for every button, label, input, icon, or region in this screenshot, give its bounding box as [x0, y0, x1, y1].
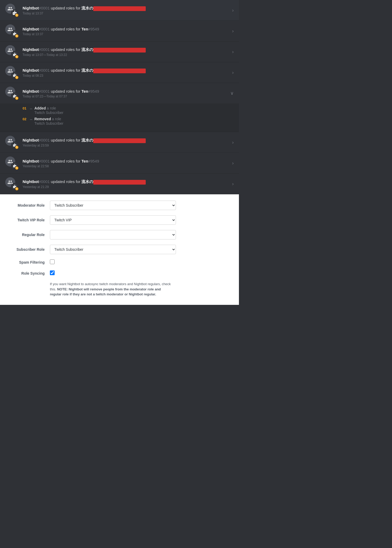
bot-name: Nightbot [23, 47, 39, 52]
target-hash: #9549 [88, 89, 99, 93]
role-syncing-row: Role Syncing [8, 270, 231, 276]
audit-row[interactable]: ↻ Nightbot#0001 updated roles for Ten#95… [0, 153, 239, 174]
chevron-right-icon: › [232, 49, 234, 55]
audit-title: Nightbot#0001 updated roles for 流水の [23, 67, 229, 73]
change-number: 02 [23, 117, 30, 121]
subscriber-role-control: Twitch Subscriber [50, 245, 176, 254]
audit-timestamp: Today at 07:22—Today at 07:37 [23, 95, 228, 98]
change-role: Twitch Subscriber [34, 111, 63, 115]
audit-icon-group: ↻ [5, 156, 18, 170]
bot-name: Nightbot [23, 179, 39, 184]
subscriber-role-label: Subscriber Role [8, 247, 50, 252]
target-name: 流水の [81, 6, 93, 10]
bot-name: Nightbot [23, 27, 39, 31]
audit-icon-group: ↻ [5, 87, 18, 100]
moderator-role-select[interactable]: Twitch Subscriber [50, 201, 176, 210]
settings-section: Moderator Role Twitch Subscriber Twitch … [0, 194, 239, 305]
subscriber-role-row: Subscriber Role Twitch Subscriber [8, 245, 231, 254]
audit-timestamp: Yesterday at 22:58 [23, 164, 229, 168]
audit-content: Nightbot#0001 updated roles for Ten#9549… [23, 26, 229, 36]
bot-hash: #0001 [39, 159, 50, 163]
chevron-right-icon: › [232, 28, 234, 34]
subscriber-role-select[interactable]: Twitch Subscriber [50, 245, 176, 254]
audit-row[interactable]: ↻ Nightbot#0001 updated roles for 流水の Ye… [0, 132, 239, 153]
refresh-badge: ↻ [15, 145, 19, 149]
audit-row[interactable]: ↻ Nightbot#0001 updated roles for Ten#95… [0, 21, 239, 41]
audit-content: Nightbot#0001 updated roles for 流水の Toda… [23, 47, 229, 56]
bot-hash: #0001 [39, 47, 50, 52]
change-action: Removed [34, 117, 51, 121]
note-bold-text: NOTE: Nightbot will remove people from t… [50, 287, 161, 296]
target-name: 流水の [81, 68, 93, 72]
change-role: Twitch Subscriber [34, 121, 63, 126]
redacted-name [93, 48, 146, 53]
chevron-right-icon: › [232, 140, 234, 145]
bot-name: Nightbot [23, 159, 39, 163]
audit-content: Nightbot#0001 updated roles for 流水の Yest… [23, 137, 229, 147]
role-syncing-note: If you want Nightbot to autosync twitch … [50, 281, 176, 297]
target-name: 流水の [81, 138, 93, 142]
audit-row[interactable]: ↻ Nightbot#0001 updated roles for 流水の To… [0, 41, 239, 62]
audit-title: Nightbot#0001 updated roles for Ten#9549 [23, 158, 229, 164]
role-syncing-control [50, 270, 176, 276]
bot-hash: #0001 [39, 138, 50, 142]
audit-log: ↻ Nightbot#0001 updated roles for 流水の To… [0, 0, 239, 194]
audit-content: Nightbot#0001 updated roles for 流水の Toda… [23, 5, 229, 15]
regular-role-row: Regular Role [8, 230, 231, 239]
bot-name: Nightbot [23, 68, 39, 72]
change-block: Added a role Twitch Subscriber [34, 106, 63, 115]
audit-timestamp: Today at 13:07—Today at 13:22 [23, 53, 229, 57]
audit-icon-group: ↻ [5, 45, 18, 58]
spam-filtering-checkbox[interactable] [50, 259, 55, 264]
chevron-down-icon: ∨ [230, 90, 234, 96]
change-item: 02 – Removed a role Twitch Subscriber [23, 117, 234, 126]
redacted-name [93, 180, 146, 185]
moderator-role-row: Moderator Role Twitch Subscriber [8, 201, 231, 210]
audit-icon-group: ↻ [5, 66, 18, 79]
target-hash: #9549 [88, 159, 99, 163]
refresh-badge: ↻ [15, 187, 19, 191]
bot-hash: #0001 [39, 179, 50, 184]
bot-hash: #0001 [39, 27, 50, 31]
change-block: Removed a role Twitch Subscriber [34, 117, 63, 126]
audit-icon-group: ↻ [5, 4, 18, 17]
audit-content: Nightbot#0001 updated roles for 流水の Yest… [23, 179, 229, 189]
refresh-badge: ↻ [15, 55, 19, 59]
redacted-name [93, 138, 146, 143]
audit-row[interactable]: ↻ Nightbot#0001 updated roles for Ten#95… [0, 83, 239, 103]
audit-row[interactable]: ↻ Nightbot#0001 updated roles for 流水の To… [0, 62, 239, 83]
change-action-label: a role [47, 106, 56, 110]
refresh-badge: ↻ [15, 166, 19, 170]
moderator-role-control: Twitch Subscriber [50, 201, 176, 210]
audit-row[interactable]: ↻ Nightbot#0001 updated roles for 流水の To… [0, 0, 239, 21]
audit-content: Nightbot#0001 updated roles for 流水の Toda… [23, 67, 229, 77]
moderator-role-label: Moderator Role [8, 203, 50, 207]
audit-title: Nightbot#0001 updated roles for Ten#9549 [23, 88, 228, 94]
change-item: 01 – Added a role Twitch Subscriber [23, 106, 234, 115]
target-name: 流水の [81, 179, 93, 184]
change-number: 01 [23, 106, 30, 110]
change-text: Removed a role [34, 117, 63, 121]
regular-role-select[interactable] [50, 230, 176, 239]
chevron-right-icon: › [232, 181, 234, 187]
role-syncing-checkbox[interactable] [50, 270, 55, 275]
audit-title: Nightbot#0001 updated roles for 流水の [23, 137, 229, 143]
target-name: 流水の [81, 47, 93, 52]
role-syncing-label: Role Syncing [8, 271, 50, 275]
audit-content: Nightbot#0001 updated roles for Ten#9549… [23, 158, 229, 168]
bot-name: Nightbot [23, 138, 39, 142]
spam-filtering-label: Spam Filtering [8, 260, 50, 264]
twitch-vip-role-select[interactable]: Twitch VIP [50, 215, 176, 225]
target-name: Ten [81, 89, 88, 93]
spam-filtering-control [50, 259, 176, 265]
audit-row[interactable]: ↻ Nightbot#0001 updated roles for 流水の Ye… [0, 174, 239, 194]
target-name: Ten [81, 159, 88, 163]
chevron-right-icon: › [232, 8, 234, 13]
audit-icon-group: ↻ [5, 177, 18, 190]
change-action: Added [34, 106, 46, 110]
bot-hash: #0001 [39, 6, 50, 10]
spam-filtering-row: Spam Filtering [8, 259, 231, 265]
audit-title: Nightbot#0001 updated roles for 流水の [23, 47, 229, 52]
audit-timestamp: Today at 13:37 [23, 12, 229, 15]
audit-timestamp: Today at 08:23 [23, 74, 229, 77]
